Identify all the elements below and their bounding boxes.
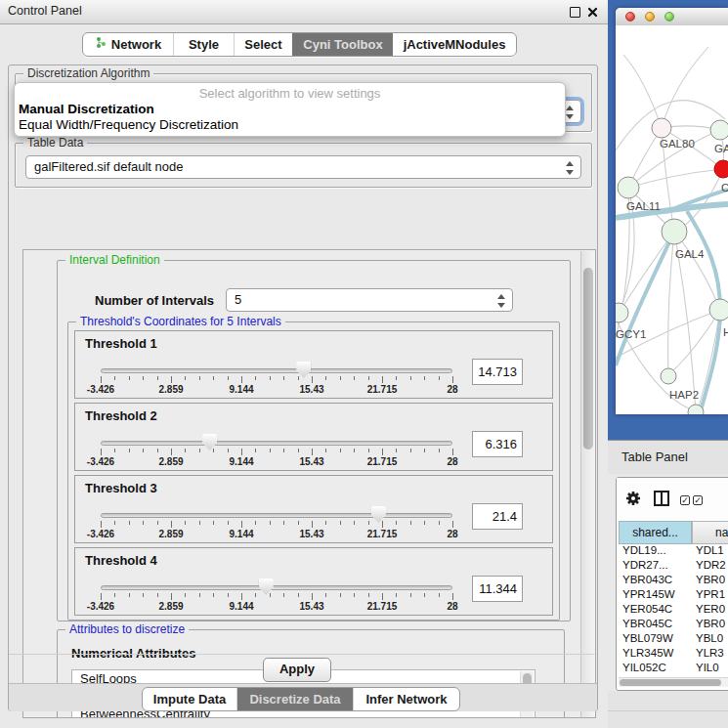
- group-title: Table Data: [23, 136, 87, 150]
- slider-track[interactable]: [101, 441, 452, 446]
- settings-scroll-panel: Interval Definition Number of Intervals …: [22, 249, 596, 718]
- slider-track[interactable]: [101, 368, 452, 373]
- table-row[interactable]: YDR27...YDR2: [619, 559, 728, 574]
- table-row[interactable]: YER054CYER0: [619, 603, 728, 618]
- node-label: GAL11: [626, 200, 661, 212]
- table-row[interactable]: YBL079WYBL0: [619, 632, 728, 647]
- network-node[interactable]: [662, 219, 687, 244]
- network-node[interactable]: [709, 299, 728, 321]
- horizontal-scrollbar[interactable]: [619, 677, 728, 687]
- tab-impute-data[interactable]: Impute Data: [143, 688, 236, 710]
- algorithm-dropdown-popup: Select algorithm to view settings Manual…: [14, 82, 566, 137]
- bottom-tab-band: Impute Data Discretize Data Infer Networ…: [9, 683, 597, 711]
- column-header-shared[interactable]: shared...: [619, 521, 692, 544]
- tab-jactivemnodules[interactable]: jActiveMNodules: [393, 33, 516, 56]
- panel-scrollbar[interactable]: [580, 251, 596, 717]
- minimize-traffic-light[interactable]: [645, 12, 655, 21]
- group-title: Discretization Algorithm: [23, 66, 153, 80]
- node-label: HAP2: [669, 389, 699, 401]
- network-node[interactable]: [618, 177, 639, 198]
- group-title: Threshold's Coordinates for 5 Intervals: [76, 315, 285, 328]
- tab-infer-network[interactable]: Infer Network: [353, 688, 459, 710]
- group-title: Attributes to discretize: [65, 622, 189, 636]
- slider-tick-labels: -3.4262.8599.14415.4321.71528: [101, 529, 452, 540]
- float-window-icon[interactable]: [570, 7, 580, 18]
- slider-ticks: [101, 593, 452, 601]
- tab-label: Style: [189, 33, 219, 56]
- slider-track[interactable]: [101, 585, 452, 590]
- dropdown-option-manual-discretization[interactable]: Manual Discretization: [19, 102, 154, 116]
- interval-definition-group: Interval Definition Number of Intervals …: [57, 260, 571, 621]
- apply-button[interactable]: Apply: [263, 658, 331, 682]
- table-row[interactable]: YPR145WYPR1: [619, 588, 728, 603]
- node-label: GAL80: [660, 138, 695, 150]
- threshold-value-field[interactable]: 11.344: [472, 576, 523, 602]
- table-row[interactable]: YBR045CYBR0: [619, 618, 728, 632]
- scrollbar-thumb[interactable]: [620, 679, 721, 686]
- table-row[interactable]: YDL19...YDL1: [619, 544, 728, 559]
- below-table-area: [608, 691, 728, 728]
- tab-select[interactable]: Select: [234, 33, 292, 56]
- table-panel: ✓ ✓ shared... na YDL19...YDL1YDR27...YDR…: [616, 477, 728, 691]
- network-node[interactable]: [616, 303, 628, 322]
- slider-tick-labels: -3.4262.8599.14415.4321.71528: [101, 456, 452, 468]
- node-label: C: [721, 182, 728, 193]
- gear-icon[interactable]: [624, 490, 642, 511]
- network-canvas[interactable]: GAL80GACGAL11GAL4GCY1HHAP2: [616, 25, 728, 414]
- dropdown-option-equal-width-frequency[interactable]: Equal Width/Frequency Discretization: [19, 117, 238, 132]
- threshold-panel: Threshold 1 -3.4262.8599.14415.4321.7152…: [74, 330, 553, 399]
- network-node[interactable]: [661, 368, 676, 384]
- checkbox-icon[interactable]: ✓: [693, 495, 703, 505]
- number-of-intervals-combobox[interactable]: 5: [226, 288, 513, 312]
- stepper-icon: [495, 293, 507, 309]
- threshold-label: Threshold 3: [85, 481, 157, 495]
- slider-ticks: [101, 376, 452, 384]
- column-header-name[interactable]: na: [692, 521, 728, 544]
- tab-discretize-data[interactable]: Discretize Data: [236, 688, 353, 710]
- threshold-value-field[interactable]: 14.713: [472, 359, 523, 385]
- control-panel-titlebar: Control Panel: [0, 0, 608, 24]
- threshold-label: Threshold 1: [85, 336, 157, 351]
- checkbox-icon[interactable]: ✓: [680, 495, 690, 505]
- table-row[interactable]: YLR345WYLR3: [619, 647, 728, 662]
- node-label: H: [723, 326, 728, 338]
- table-toolbar: ✓ ✓: [617, 478, 728, 521]
- scrollbar-thumb[interactable]: [583, 268, 593, 450]
- thresholds-group: Threshold's Coordinates for 5 Intervals …: [67, 321, 560, 621]
- close-icon[interactable]: [587, 7, 598, 18]
- zoom-traffic-light[interactable]: [664, 12, 674, 21]
- threshold-value-field[interactable]: 6.316: [472, 431, 523, 457]
- slider-track[interactable]: [101, 513, 452, 518]
- node-label: GAL4: [675, 248, 705, 260]
- close-traffic-light[interactable]: [625, 12, 635, 21]
- combobox-value: galFiltered.sif default node: [34, 159, 183, 174]
- control-panel-tabbar: Network Style Select Cyni Toolbox jActiv…: [82, 32, 517, 57]
- tab-label: jActiveMNodules: [404, 33, 506, 56]
- stepper-icon: [564, 160, 576, 176]
- split-columns-icon[interactable]: [653, 490, 670, 511]
- tab-network[interactable]: Network: [83, 33, 173, 56]
- slider-ticks: [101, 521, 452, 529]
- threshold-panel: Threshold 2 -3.4262.8599.14415.4321.7152…: [74, 403, 553, 471]
- number-of-intervals-label: Number of Intervals: [95, 293, 214, 308]
- control-panel: Control Panel Network Style Select Cyni …: [0, 0, 608, 728]
- network-icon: [95, 33, 107, 56]
- network-node[interactable]: [652, 118, 671, 138]
- network-node[interactable]: [710, 120, 728, 140]
- tab-cyni-toolbox[interactable]: Cyni Toolbox: [292, 33, 393, 56]
- threshold-label: Threshold 4: [85, 553, 157, 568]
- network-node[interactable]: [714, 160, 728, 178]
- tab-label: Select: [244, 33, 281, 56]
- apply-row: Apply: [9, 654, 597, 684]
- tab-style[interactable]: Style: [173, 33, 234, 56]
- table-row[interactable]: YIL052CYIL0: [619, 662, 728, 676]
- tab-label: Network: [111, 33, 161, 56]
- threshold-label: Threshold 2: [85, 408, 157, 423]
- threshold-value-field[interactable]: 21.4: [472, 503, 523, 530]
- table-panel-header: Table Panel: [608, 440, 728, 474]
- table-data-combobox[interactable]: galFiltered.sif default node: [25, 155, 581, 179]
- table-panel-title: Table Panel: [621, 450, 688, 464]
- table-row[interactable]: YBR043CYBR0: [619, 574, 728, 588]
- cyni-toolbox-panel: Discretization Algorithm Table Data galF…: [8, 64, 598, 711]
- network-window: GAL80GACGAL11GAL4GCY1HHAP2: [616, 8, 728, 414]
